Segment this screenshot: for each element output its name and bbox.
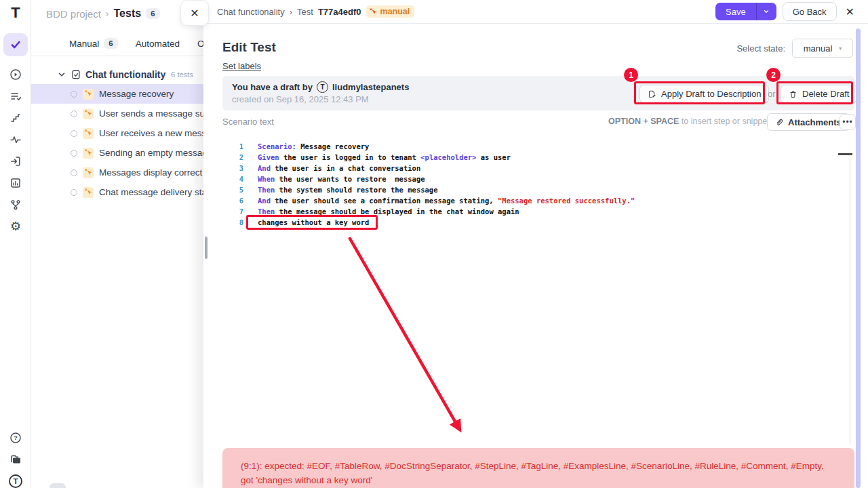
annotation-rect-line8 (246, 215, 378, 230)
status-circle-icon[interactable] (71, 169, 77, 176)
tree-item-label: Message recovery (99, 89, 174, 99)
line-number: 4 (203, 175, 243, 183)
tree-item-delivery-status[interactable]: Chat message delivery status (31, 182, 203, 202)
manual-test-icon (83, 148, 94, 159)
tests-tabs: Manual 6 Automated Outdated (31, 31, 203, 56)
suite-document-icon (71, 69, 81, 80)
editor-scrollbar-track[interactable] (850, 157, 850, 445)
drawer-close-icon[interactable]: ✕ (843, 5, 857, 18)
tests-icon[interactable] (3, 33, 28, 56)
settings-icon[interactable]: ⚙ (3, 216, 28, 237)
tree-item-timestamps[interactable]: Messages display correct timestamps (31, 163, 203, 182)
scenario-text-label: Scenario text (222, 117, 274, 127)
line-number: 7 (203, 207, 243, 216)
select-caret-icon: ▾ (839, 45, 842, 52)
tree-item-user-sends[interactable]: User sends a message successfully (31, 104, 203, 123)
tab-manual[interactable]: Manual 6 (69, 38, 118, 49)
code-line[interactable]: 3And the user is in a chat conversation (203, 163, 848, 174)
breadcrumb-page[interactable]: Tests (114, 7, 142, 20)
drawer-scrollbar[interactable] (856, 28, 861, 488)
collapsed-widget[interactable] (50, 483, 66, 488)
tab-manual-count: 6 (104, 38, 117, 49)
folders-icon (9, 453, 22, 466)
panel-close-button[interactable]: ✕ (180, 0, 209, 26)
code-line[interactable]: 6And the user should see a confirmation … (203, 195, 848, 206)
svg-text:T: T (14, 477, 18, 485)
gear-icon: ⚙ (10, 220, 21, 232)
avatar-initial: T (320, 83, 324, 91)
annotation-circle-2: 2 (766, 68, 781, 82)
draft-created-at: created on Sep 16, 2025 12:43 PM (232, 94, 369, 104)
list-check-icon (9, 90, 22, 102)
svg-text:?: ? (14, 434, 18, 441)
attachments-button[interactable]: Attachments (767, 113, 850, 131)
save-split-button: Save (715, 3, 776, 20)
line-content: Given the user is logged in to tenant <p… (258, 153, 511, 161)
code-line[interactable]: 5Then the system should restore the mess… (203, 184, 848, 195)
runs-icon[interactable] (3, 64, 28, 85)
chevron-down-icon[interactable] (57, 70, 66, 79)
code-line[interactable]: 2Given the user is logged in to tenant <… (203, 152, 848, 163)
test-plans-icon[interactable] (3, 85, 28, 107)
line-number: 2 (203, 153, 243, 161)
panel-resize-handle[interactable] (205, 237, 208, 259)
line-content: Scenario: Message recovery (258, 142, 369, 150)
branch-icon (9, 199, 22, 211)
test-tree: Chat functionality 6 tests Message recov… (31, 65, 203, 202)
check-icon (9, 39, 22, 51)
pulse-icon[interactable] (3, 129, 28, 150)
question-circle-icon: ? (9, 432, 22, 444)
breadcrumb-folder[interactable]: Chat functionality (217, 7, 285, 17)
tree-folder-row[interactable]: Chat functionality 6 tests (31, 65, 203, 84)
status-circle-icon[interactable] (71, 110, 77, 117)
tree-folder-label[interactable]: Chat functionality (85, 69, 165, 80)
more-options-button[interactable]: ••• (840, 114, 856, 130)
stairs-icon (9, 112, 22, 124)
save-button[interactable]: Save (715, 3, 756, 20)
import-icon[interactable] (3, 150, 28, 172)
set-labels-link[interactable]: Set labels (222, 61, 261, 71)
page-title: Edit Test (222, 40, 276, 55)
line-content: Then the system should restore the messa… (258, 186, 438, 194)
status-circle-icon[interactable] (71, 91, 77, 98)
branches-icon[interactable] (3, 194, 28, 216)
tree-item-message-recovery[interactable]: Message recovery (31, 84, 203, 104)
state-selector-row: Select state: manual ▾ (736, 39, 853, 58)
status-circle-icon[interactable] (71, 150, 77, 157)
play-circle-icon (9, 68, 22, 81)
tree-item-user-receives[interactable]: User receives a new message (31, 123, 203, 143)
account-logo-icon: T (8, 474, 23, 488)
editor-scrollbar-thumb[interactable] (838, 153, 852, 155)
app-logo: T (0, 4, 31, 22)
icon-rail: T (0, 0, 31, 488)
line-content: When the user wants to restore message (258, 175, 425, 183)
tree-item-sending-empty[interactable]: Sending an empty message (31, 143, 203, 163)
state-value: manual (804, 43, 833, 54)
tab-automated[interactable]: Automated (136, 39, 180, 49)
tab-manual-label: Manual (69, 39, 99, 49)
edit-test-drawer: Chat functionality › Test T77a4edf0 manu… (203, 0, 868, 488)
save-dropdown-button[interactable] (756, 3, 776, 20)
projects-icon[interactable] (3, 449, 28, 470)
steps-icon[interactable] (3, 107, 28, 129)
status-circle-icon[interactable] (71, 189, 77, 196)
attachments-label: Attachments (788, 117, 842, 127)
help-icon[interactable]: ? (3, 427, 28, 449)
reports-icon[interactable] (3, 172, 28, 194)
code-line[interactable]: 1Scenario: Message recovery (203, 141, 848, 152)
account-avatar[interactable]: T (3, 470, 28, 488)
go-back-button[interactable]: Go Back (783, 2, 837, 21)
annotation-circle-1: 1 (624, 68, 638, 82)
manual-test-icon (83, 187, 94, 198)
manual-cursor-icon (370, 8, 377, 16)
breadcrumb-project[interactable]: BDD project (46, 8, 101, 20)
status-circle-icon[interactable] (71, 130, 77, 137)
manual-test-icon (83, 167, 94, 178)
code-line[interactable]: 4When the user wants to restore message (203, 174, 848, 184)
tree-item-label: Chat message delivery status (99, 187, 219, 197)
breadcrumb-separator: › (106, 8, 109, 19)
or-text: or (768, 89, 776, 99)
box-arrow-icon (9, 155, 22, 167)
state-select[interactable]: manual ▾ (792, 39, 853, 58)
draft-username: liudmylastepanets (332, 82, 409, 92)
